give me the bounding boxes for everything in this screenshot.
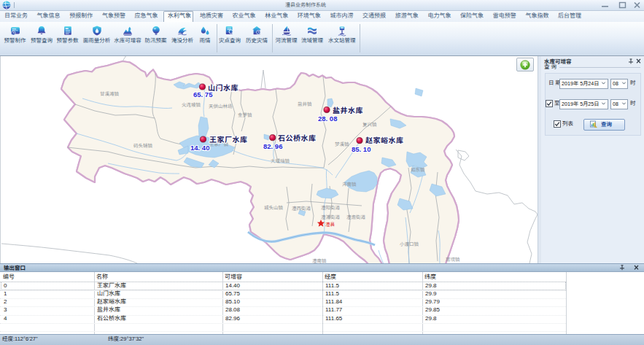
svg-text:小渡口镇: 小渡口镇: [400, 241, 419, 247]
svg-text:28. 08: 28. 08: [318, 115, 337, 123]
svg-text:官垸镇: 官垸镇: [446, 257, 460, 262]
svg-text:大堰垱镇: 大堰垱镇: [271, 158, 290, 163]
svg-text:盐井镇: 盐井镇: [298, 101, 312, 106]
svg-text:82. 96: 82. 96: [263, 142, 282, 150]
svg-text:涔南镇: 涔南镇: [342, 182, 357, 187]
svg-text:金罗镇: 金罗镇: [238, 112, 252, 117]
svg-text:天供山林场: 天供山林场: [209, 104, 233, 109]
svg-text:澧西街道: 澧西街道: [292, 206, 311, 211]
svg-text:如东镇: 如东镇: [411, 167, 425, 172]
svg-text:澧阳街道: 澧阳街道: [321, 205, 341, 210]
svg-text:王家厂水库: 王家厂水库: [209, 136, 248, 144]
svg-text:澧浦街道: 澧浦街道: [321, 214, 341, 220]
svg-text:码头铺镇: 码头铺镇: [133, 143, 153, 148]
svg-text:85. 10: 85. 10: [352, 145, 371, 153]
svg-text:火连坡镇: 火连坡镇: [182, 102, 201, 107]
svg-text:澧澹街道: 澧澹街道: [346, 214, 366, 220]
svg-text:石公桥水库: 石公桥水库: [278, 134, 317, 142]
svg-text:复兴镇: 复兴镇: [362, 122, 377, 127]
svg-text:甘溪滩镇: 甘溪滩镇: [100, 91, 120, 96]
svg-text:盐井水库: 盐井水库: [333, 106, 363, 115]
svg-text:澧南镇: 澧南镇: [312, 258, 327, 263]
svg-text:65. 75: 65. 75: [193, 90, 213, 98]
svg-text:14. 40: 14. 40: [190, 144, 209, 152]
svg-text:澧县: 澧县: [325, 222, 335, 227]
svg-text:梦溪镇: 梦溪镇: [335, 142, 349, 147]
svg-text:赵家峪水库: 赵家峪水库: [365, 136, 404, 144]
svg-text:城头山镇: 城头山镇: [264, 205, 284, 210]
